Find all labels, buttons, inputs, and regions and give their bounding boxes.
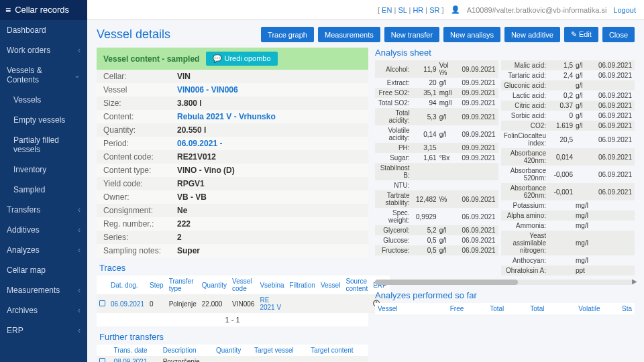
further-transfers-title: Further transfers (97, 332, 368, 342)
analysis-row: Spec. weight:0,992906.09.2021 (375, 208, 498, 225)
sidebar-sub-empty[interactable]: Empty vessels (0, 110, 87, 130)
row-icon[interactable] (99, 358, 105, 362)
analysis-row: Malic acid:1,5g/l06.09.2021 (501, 60, 635, 70)
content-link[interactable]: Rebula 2021 V - Vrhunsko (177, 112, 362, 121)
analysis-row: Absorbance 520nm:-0,00606.09.2021 (501, 166, 635, 183)
analysis-row: Anthocyan:mg/l (501, 255, 635, 265)
analysis-sheet-title: Analysis sheet (375, 48, 635, 58)
analysis-row: Absorbance 620nm:-0,00106.09.2021 (501, 183, 635, 200)
sidebar-item-vessels[interactable]: Vessels & Contents (0, 60, 87, 90)
analysis-row: Tartaric acid:2,4g/l06.09.2021 (501, 70, 635, 80)
edit-button[interactable]: ✎Edit (564, 27, 598, 42)
new-transfer-button[interactable]: New transfer (384, 27, 439, 42)
sidebar-sub-sampled[interactable]: Sampled (0, 180, 87, 200)
lang-switch: [ EN | SL | HR | SR ] (378, 6, 444, 14)
analysis-row: Total acidity:5,3g/l09.09.2021 (375, 108, 498, 125)
sidebar-sub-inventory[interactable]: Inventory (0, 160, 87, 180)
lang-sl[interactable]: SL (398, 6, 407, 14)
sidebar-item-transfers[interactable]: Transfers (0, 200, 87, 220)
new-analysis-button[interactable]: New analisys (443, 27, 500, 42)
row-icon[interactable] (99, 300, 105, 306)
brand-title: Cellar records (15, 5, 69, 15)
analysis-row: Yeast assimilable nitrogen:mg/l (501, 231, 635, 255)
analysis-row: Fructose:0,5g/l06.09.2021 (375, 245, 498, 255)
analysis-row: Volatile acidity:0,14g/l09.09.2021 (375, 125, 498, 143)
trace-graph-button[interactable]: Trace graph (261, 27, 314, 42)
sidebar-item-workorders[interactable]: Work orders (0, 40, 87, 60)
sidebar-item-additives[interactable]: Additives (0, 220, 87, 240)
analysis-row: CO2:1.619g/l06.09.2021 (501, 121, 635, 131)
analysis-row: Tartrate stability:12,482\%06.09.2021 (375, 190, 498, 208)
analysis-row: Glycerol:5,2g/l06.09.2021 (375, 225, 498, 235)
analysis-row: Alpha amino:mg/l (501, 210, 635, 221)
close-button[interactable]: Close (602, 27, 635, 42)
vessel-link[interactable]: VIN006 - VIN006 (177, 85, 362, 95)
lang-en[interactable]: EN (382, 6, 392, 14)
traces-title: Traces (97, 263, 368, 273)
sidebar-item-dashboard[interactable]: Dashboard (0, 20, 87, 40)
speech-icon: 💬 (213, 54, 222, 62)
traces-table: Dat. dog.StepTransfer type QuantityVesse… (97, 276, 390, 313)
analysis-left-col: Alcohol:11,9Vol \%09.09.2021Extract:20g/… (375, 60, 498, 276)
analysis-row: Gluconic acid:g/l (501, 80, 635, 90)
chevron-right-icon[interactable]: ▶ (632, 278, 637, 285)
vessel-content-panel: Vessel content - sampled 💬 Uredi opombo (97, 48, 368, 70)
analysis-row: Alcohol:11,9Vol \%09.09.2021 (375, 60, 498, 78)
analyzes-performed-table: Vessel Free Total Total Volatile Sta (375, 303, 635, 314)
page-title: Vessel details (97, 27, 170, 42)
analysis-row: Ammonia:mg/l (501, 221, 635, 231)
sidebar: Dashboard Work orders Vessels & Contents… (0, 20, 87, 362)
sidebar-item-analyzes[interactable]: Analyzes (0, 240, 87, 260)
details-list: Cellar:VIN VesselVIN006 - VIN006 Size:3.… (97, 70, 368, 257)
sidebar-sub-partial[interactable]: Partialy filled vessels (0, 130, 87, 160)
measurements-button[interactable]: Measurements (318, 27, 380, 42)
h-scrollbar[interactable]: ▶ (375, 280, 635, 285)
sidebar-item-measurements[interactable]: Measurements (0, 280, 87, 300)
user-label: A10089#valter.bratkovic@vb-informatika.s… (467, 6, 607, 14)
lang-hr[interactable]: HR (413, 6, 423, 14)
analysis-row: Ohratoksin A:ppt (501, 265, 635, 276)
brand: ≡ Cellar records (0, 0, 87, 20)
logout-link[interactable]: Logout (613, 6, 636, 14)
table-row[interactable]: 06.09.2021 0Polnjenje 22.000VIN006 RE 20… (97, 294, 390, 313)
table-row[interactable]: 08.09.2021Povzorčenje (97, 356, 368, 362)
pager: 1 - 1 (97, 313, 368, 326)
analysis-row: Free SO2:35,1mg/l09.09.2021 (375, 88, 498, 98)
new-additive-button[interactable]: New additive (504, 27, 560, 42)
further-transfers-table: Trans. dateDescriptionQuantity Target ve… (97, 345, 368, 362)
sidebar-item-archives[interactable]: Archives (0, 300, 87, 320)
menu-icon[interactable]: ≡ (5, 5, 11, 15)
analysis-row: NTU: (375, 180, 498, 190)
analysis-row: Stabilnost B: (375, 163, 498, 180)
lang-sr[interactable]: SR (429, 6, 439, 14)
sidebar-sub-vessels[interactable]: Vessels (0, 90, 87, 110)
analysis-row: Sugar:1,61°Bx09.09.2021 (375, 153, 498, 163)
user-icon: 👤 (451, 5, 460, 14)
analysis-row: Citric acid:0.37g/l06.09.2021 (501, 101, 635, 111)
edit-note-button[interactable]: 💬 Uredi opombo (206, 52, 277, 66)
sidebar-item-cellarmap[interactable]: Cellar map (0, 260, 87, 280)
pencil-icon: ✎ (571, 30, 577, 38)
panel-title: Vessel content - sampled (103, 54, 199, 64)
analysis-row: Extract:20g/l09.09.2021 (375, 78, 498, 88)
analysis-row: FolinCiocalteu index:20,506.09.2021 (501, 131, 635, 148)
analysis-row: Glucose:0,5g/l06.09.2021 (375, 235, 498, 245)
analysis-row: Sorbic acid:0g/l06.09.2021 (501, 111, 635, 121)
analysis-row: Potassium:mg/l (501, 200, 635, 210)
analyzes-performed-title: Analyzes performed so far (375, 290, 635, 300)
analysis-row: PH:3,1509.09.2021 (375, 143, 498, 153)
analysis-row: Total SO2:94mg/l09.09.2021 (375, 98, 498, 108)
analysis-right-col: Malic acid:1,5g/l06.09.2021Tartaric acid… (501, 60, 635, 276)
analysis-row: Lactic acid:0,2g/l06.09.2021 (501, 90, 635, 101)
sidebar-item-erp[interactable]: ERP (0, 320, 87, 341)
analysis-row: Absorbance 420nm:0,01406.09.2021 (501, 148, 635, 166)
